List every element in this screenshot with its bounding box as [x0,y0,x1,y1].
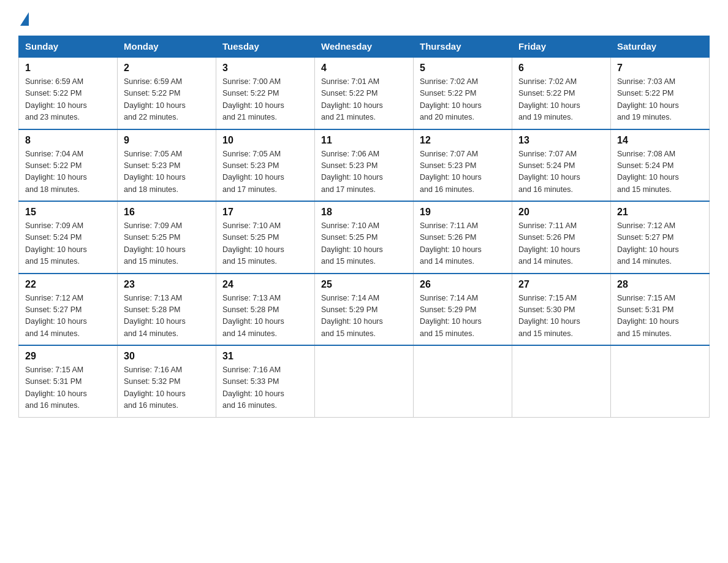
day-number: 31 [222,351,308,362]
day-info: Sunrise: 7:14 AMSunset: 5:29 PMDaylight:… [420,294,482,338]
day-info: Sunrise: 7:15 AMSunset: 5:31 PMDaylight:… [25,366,87,410]
header-friday: Friday [512,36,611,58]
day-info: Sunrise: 7:12 AMSunset: 5:27 PMDaylight:… [25,294,87,338]
calendar-cell: 3 Sunrise: 7:00 AMSunset: 5:22 PMDayligh… [216,57,315,129]
day-number: 7 [617,63,703,74]
calendar-cell: 22 Sunrise: 7:12 AMSunset: 5:27 PMDaylig… [19,274,118,346]
day-info: Sunrise: 7:16 AMSunset: 5:33 PMDaylight:… [222,366,284,410]
day-info: Sunrise: 7:10 AMSunset: 5:25 PMDaylight:… [321,221,383,266]
calendar-cell: 30 Sunrise: 7:16 AMSunset: 5:32 PMDaylig… [118,345,216,417]
calendar-cell: 28 Sunrise: 7:15 AMSunset: 5:31 PMDaylig… [611,274,710,346]
calendar-cell: 27 Sunrise: 7:15 AMSunset: 5:30 PMDaylig… [512,274,611,346]
day-number: 20 [518,207,604,218]
day-number: 8 [25,135,111,146]
calendar-cell: 19 Sunrise: 7:11 AMSunset: 5:26 PMDaylig… [414,201,512,274]
day-info: Sunrise: 7:05 AMSunset: 5:23 PMDaylight:… [222,150,284,194]
calendar-cell: 21 Sunrise: 7:12 AMSunset: 5:27 PMDaylig… [611,201,710,274]
calendar-cell: 2 Sunrise: 6:59 AMSunset: 5:22 PMDayligh… [118,57,216,129]
day-info: Sunrise: 7:07 AMSunset: 5:24 PMDaylight:… [518,150,580,194]
calendar-cell: 18 Sunrise: 7:10 AMSunset: 5:25 PMDaylig… [315,201,414,274]
calendar-cell [512,345,611,417]
day-number: 10 [222,135,308,146]
day-info: Sunrise: 7:11 AMSunset: 5:26 PMDaylight:… [518,221,580,266]
calendar-cell: 23 Sunrise: 7:13 AMSunset: 5:28 PMDaylig… [118,274,216,346]
day-number: 15 [25,207,111,218]
day-number: 16 [124,207,210,218]
page-header [18,12,710,25]
day-info: Sunrise: 7:16 AMSunset: 5:32 PMDaylight:… [124,366,186,410]
day-info: Sunrise: 7:02 AMSunset: 5:22 PMDaylight:… [420,77,482,121]
calendar-cell [414,345,512,417]
calendar-cell: 15 Sunrise: 7:09 AMSunset: 5:24 PMDaylig… [19,201,118,274]
day-number: 11 [321,135,407,146]
calendar-cell: 11 Sunrise: 7:06 AMSunset: 5:23 PMDaylig… [315,129,414,202]
day-number: 22 [25,279,111,290]
day-number: 17 [222,207,308,218]
day-info: Sunrise: 7:11 AMSunset: 5:26 PMDaylight:… [420,221,482,266]
day-info: Sunrise: 7:02 AMSunset: 5:22 PMDaylight:… [518,77,580,121]
day-number: 1 [25,63,111,74]
day-info: Sunrise: 7:12 AMSunset: 5:27 PMDaylight:… [617,221,679,266]
logo-arrow-icon [20,12,29,26]
week-row-3: 15 Sunrise: 7:09 AMSunset: 5:24 PMDaylig… [19,201,710,274]
week-row-5: 29 Sunrise: 7:15 AMSunset: 5:31 PMDaylig… [19,345,710,417]
header-tuesday: Tuesday [216,36,315,58]
day-info: Sunrise: 7:10 AMSunset: 5:25 PMDaylight:… [222,221,284,266]
calendar-cell: 4 Sunrise: 7:01 AMSunset: 5:22 PMDayligh… [315,57,414,129]
day-number: 30 [124,351,210,362]
header-row: SundayMondayTuesdayWednesdayThursdayFrid… [19,36,710,58]
calendar-cell: 7 Sunrise: 7:03 AMSunset: 5:22 PMDayligh… [611,57,710,129]
calendar-cell: 5 Sunrise: 7:02 AMSunset: 5:22 PMDayligh… [414,57,512,129]
day-number: 9 [124,135,210,146]
calendar-cell: 14 Sunrise: 7:08 AMSunset: 5:24 PMDaylig… [611,129,710,202]
day-number: 21 [617,207,703,218]
day-info: Sunrise: 7:00 AMSunset: 5:22 PMDaylight:… [222,77,284,121]
calendar-cell: 16 Sunrise: 7:09 AMSunset: 5:25 PMDaylig… [118,201,216,274]
day-info: Sunrise: 7:01 AMSunset: 5:22 PMDaylight:… [321,77,383,121]
calendar-cell: 25 Sunrise: 7:14 AMSunset: 5:29 PMDaylig… [315,274,414,346]
calendar-cell: 26 Sunrise: 7:14 AMSunset: 5:29 PMDaylig… [414,274,512,346]
day-info: Sunrise: 7:06 AMSunset: 5:23 PMDaylight:… [321,150,383,194]
calendar-cell: 8 Sunrise: 7:04 AMSunset: 5:22 PMDayligh… [19,129,118,202]
calendar-cell: 12 Sunrise: 7:07 AMSunset: 5:23 PMDaylig… [414,129,512,202]
header-saturday: Saturday [611,36,710,58]
day-info: Sunrise: 7:13 AMSunset: 5:28 PMDaylight:… [222,294,284,338]
week-row-2: 8 Sunrise: 7:04 AMSunset: 5:22 PMDayligh… [19,129,710,202]
day-info: Sunrise: 7:03 AMSunset: 5:22 PMDaylight:… [617,77,679,121]
day-info: Sunrise: 6:59 AMSunset: 5:22 PMDaylight:… [124,77,186,121]
day-number: 18 [321,207,407,218]
day-number: 28 [617,279,703,290]
calendar-cell: 9 Sunrise: 7:05 AMSunset: 5:23 PMDayligh… [118,129,216,202]
calendar-cell: 17 Sunrise: 7:10 AMSunset: 5:25 PMDaylig… [216,201,315,274]
day-info: Sunrise: 7:15 AMSunset: 5:31 PMDaylight:… [617,294,679,338]
logo [18,12,29,25]
week-row-4: 22 Sunrise: 7:12 AMSunset: 5:27 PMDaylig… [19,274,710,346]
day-number: 29 [25,351,111,362]
header-thursday: Thursday [414,36,512,58]
day-number: 12 [420,135,506,146]
calendar-cell: 20 Sunrise: 7:11 AMSunset: 5:26 PMDaylig… [512,201,611,274]
day-number: 6 [518,63,604,74]
header-sunday: Sunday [19,36,118,58]
day-number: 3 [222,63,308,74]
header-wednesday: Wednesday [315,36,414,58]
day-number: 4 [321,63,407,74]
calendar-cell: 13 Sunrise: 7:07 AMSunset: 5:24 PMDaylig… [512,129,611,202]
day-number: 26 [420,279,506,290]
day-info: Sunrise: 6:59 AMSunset: 5:22 PMDaylight:… [25,77,87,121]
calendar-cell [611,345,710,417]
day-number: 24 [222,279,308,290]
day-number: 23 [124,279,210,290]
day-info: Sunrise: 7:14 AMSunset: 5:29 PMDaylight:… [321,294,383,338]
calendar-cell: 29 Sunrise: 7:15 AMSunset: 5:31 PMDaylig… [19,345,118,417]
day-number: 5 [420,63,506,74]
day-info: Sunrise: 7:13 AMSunset: 5:28 PMDaylight:… [124,294,186,338]
day-info: Sunrise: 7:09 AMSunset: 5:25 PMDaylight:… [124,221,186,266]
calendar-cell [315,345,414,417]
day-info: Sunrise: 7:05 AMSunset: 5:23 PMDaylight:… [124,150,186,194]
day-number: 27 [518,279,604,290]
calendar-cell: 31 Sunrise: 7:16 AMSunset: 5:33 PMDaylig… [216,345,315,417]
day-info: Sunrise: 7:04 AMSunset: 5:22 PMDaylight:… [25,150,87,194]
day-info: Sunrise: 7:15 AMSunset: 5:30 PMDaylight:… [518,294,580,338]
calendar-cell: 24 Sunrise: 7:13 AMSunset: 5:28 PMDaylig… [216,274,315,346]
